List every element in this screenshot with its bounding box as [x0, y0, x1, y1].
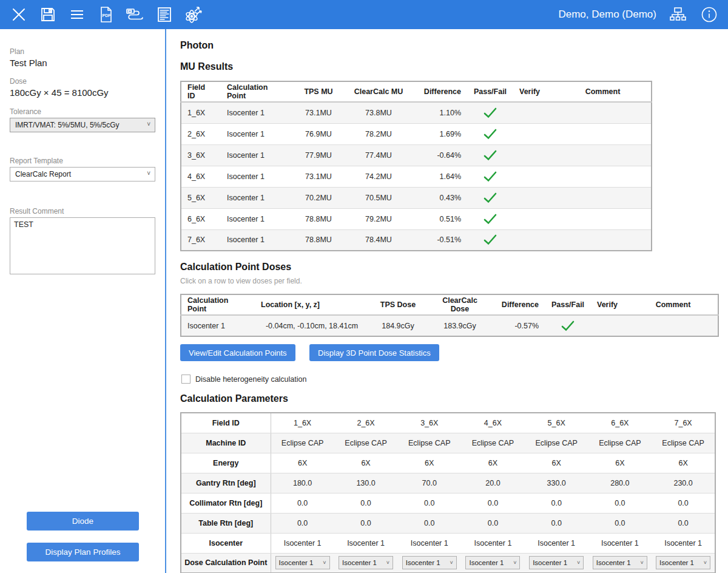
- parameter-value-cell: Isocenter 1: [334, 533, 398, 553]
- dose-calculation-point-select[interactable]: Isocenter 1˅: [529, 556, 584, 569]
- dose-calculation-point-select[interactable]: Isocenter 1˅: [656, 556, 710, 569]
- parameter-label-cell: Table Rtn [deg]: [181, 513, 271, 533]
- calculation-point-cell: Isocenter 1: [221, 229, 292, 251]
- info-icon[interactable]: [699, 4, 720, 25]
- calc-point-dose-row[interactable]: Isocenter 1-0.04cm, -0.10cm, 18.41cm184.…: [181, 315, 718, 336]
- parameter-value-cell: 6X: [461, 453, 525, 473]
- parameter-value-cell: 0.0: [588, 493, 652, 513]
- parameter-value-cell: 4_6X: [461, 413, 525, 433]
- calc-point-doses-table: Calculation PointLocation [x, y, z]TPS D…: [180, 294, 719, 337]
- comment-cell: [554, 208, 652, 229]
- calc-parameter-row: Gantry Rtn [deg]180.0130.070.020.0330.02…: [181, 473, 715, 493]
- view-edit-calculation-points-button[interactable]: View/Edit Calculation Points: [180, 344, 295, 361]
- tps-mu-cell: 73.1MU: [292, 102, 345, 123]
- comment-cell: [554, 123, 652, 144]
- dose-calculation-point-select[interactable]: Isocenter 1˅: [593, 556, 647, 569]
- mu-results-row[interactable]: 5_6XIsocenter 170.2MU70.5MU0.43%: [181, 187, 652, 208]
- report-template-selected-value: ClearCalc Report: [15, 170, 71, 178]
- report-template-select[interactable]: ClearCalc Report ˅: [10, 167, 155, 181]
- calc-parameters-title: Calculation Parameters: [180, 393, 288, 404]
- parameter-value-cell: 3_6X: [397, 413, 461, 433]
- mu-results-row[interactable]: 1_6XIsocenter 173.1MU73.8MU1.10%: [181, 102, 652, 123]
- comment-cell: [629, 315, 718, 336]
- display-plan-profiles-button[interactable]: Display Plan Profiles: [27, 543, 139, 561]
- dose-calculation-point-select[interactable]: Isocenter 1˅: [402, 556, 457, 569]
- selected-value: Isocenter 1: [596, 559, 631, 566]
- heterogeneity-checkbox[interactable]: [181, 375, 190, 384]
- parameter-value-cell: 20.0: [461, 473, 525, 493]
- calculation-point-cell: Isocenter 1: [221, 144, 292, 166]
- dose-calculation-point-cell: Isocenter 1˅: [588, 553, 652, 573]
- dose-calculation-point-select[interactable]: Isocenter 1˅: [465, 556, 520, 569]
- mu-results-row[interactable]: 3_6XIsocenter 177.9MU77.4MU-0.64%: [181, 144, 652, 166]
- parameter-value-cell: Eclipse CAP: [525, 433, 588, 453]
- chevron-down-icon: ˅: [641, 560, 644, 566]
- log-icon[interactable]: [154, 4, 175, 25]
- difference-cell: 1.10%: [413, 102, 467, 123]
- org-chart-icon[interactable]: [667, 4, 688, 25]
- comment-cell: [554, 102, 652, 123]
- chevron-down-icon: ˅: [450, 560, 453, 566]
- mu-results-row[interactable]: 2_6XIsocenter 176.9MU78.2MU1.69%: [181, 123, 652, 144]
- pdf-icon[interactable]: PDF: [96, 4, 116, 25]
- parameter-value-cell: 70.0: [397, 473, 461, 493]
- field-id-cell: 7_6X: [181, 229, 221, 251]
- result-comment-input[interactable]: [10, 217, 155, 274]
- column-header: Comment: [629, 294, 718, 315]
- parameter-value-cell: Isocenter 1: [588, 533, 652, 553]
- parameter-value-cell: Isocenter 1: [652, 533, 715, 553]
- parameter-label-cell: Collimator Rtn [deg]: [181, 493, 271, 513]
- column-header: Calculation Point: [221, 81, 292, 102]
- dose-calculation-point-cell: Isocenter 1˅: [461, 553, 525, 573]
- tolerance-select[interactable]: IMRT/VMAT: 5%/5MU, 5%/5cGy ˅: [10, 118, 155, 132]
- parameter-value-cell: 280.0: [588, 473, 652, 493]
- dose-label: Dose: [10, 77, 165, 86]
- mu-results-row[interactable]: 6_6XIsocenter 178.8MU79.2MU0.51%: [181, 208, 652, 229]
- selected-value: Isocenter 1: [469, 559, 504, 566]
- plan-label: Plan: [10, 47, 165, 56]
- parameter-value-cell: 6_6X: [588, 413, 652, 433]
- verify-cell: [591, 315, 629, 336]
- column-header: Pass/Fail: [545, 294, 591, 315]
- parameter-value-cell: Isocenter 1: [461, 533, 525, 553]
- parameter-value-cell: 0.0: [588, 513, 652, 533]
- dose-calculation-point-cell: Isocenter 1˅: [525, 553, 588, 573]
- column-header: Field ID: [181, 81, 221, 102]
- dose-calculation-point-cell: Isocenter 1˅: [334, 553, 398, 573]
- heterogeneity-checkbox-row: Disable heterogeneity calculation: [181, 375, 306, 384]
- clearcalc-mu-cell: 73.8MU: [345, 102, 413, 123]
- dose-calculation-point-select[interactable]: Isocenter 1˅: [275, 556, 330, 569]
- parameter-value-cell: 2_6X: [334, 413, 398, 433]
- display-3d-point-dose-statistics-button[interactable]: Display 3D Point Dose Statistics: [309, 344, 439, 361]
- dose-calculation-point-cell: Isocenter 1˅: [271, 553, 334, 573]
- difference-cell: 0.51%: [413, 208, 467, 229]
- clearcalc-mu-cell: 77.4MU: [345, 144, 413, 166]
- mu-results-row[interactable]: 7_6XIsocenter 178.8MU78.4MU-0.51%: [181, 229, 652, 251]
- parameter-value-cell: 0.0: [461, 513, 525, 533]
- parameter-value-cell: Eclipse CAP: [461, 433, 525, 453]
- parameter-value-cell: 0.0: [397, 513, 461, 533]
- pass-check-icon: [545, 315, 591, 336]
- menu-icon[interactable]: [67, 4, 87, 25]
- atom-icon[interactable]: [183, 4, 204, 25]
- field-id-cell: 6_6X: [181, 208, 221, 229]
- tps-mu-cell: 76.9MU: [292, 123, 345, 144]
- calculation-point-cell: Isocenter 1: [221, 123, 292, 144]
- parameter-value-cell: 130.0: [334, 473, 398, 493]
- chevron-down-icon: ˅: [323, 560, 326, 566]
- calc-parameter-row: Dose Calculation PointIsocenter 1˅Isocen…: [181, 553, 715, 573]
- calc-point-doses-subtitle: Click on a row to view doses per field.: [180, 277, 302, 285]
- calc-parameter-row: Field ID1_6X2_6X3_6X4_6X5_6X6_6X7_6X: [181, 413, 715, 433]
- column-header: ClearCalc Dose: [427, 294, 493, 315]
- close-icon[interactable]: [8, 4, 29, 25]
- parameter-value-cell: Eclipse CAP: [652, 433, 715, 453]
- verify-cell: [513, 144, 554, 166]
- dose-calculation-point-select[interactable]: Isocenter 1˅: [339, 556, 393, 569]
- save-icon[interactable]: [38, 4, 58, 25]
- cable-icon[interactable]: [125, 4, 146, 25]
- difference-cell: 0.43%: [413, 187, 467, 208]
- pass-check-icon: [467, 123, 513, 144]
- mu-results-row[interactable]: 4_6XIsocenter 173.1MU74.2MU1.64%: [181, 166, 652, 187]
- diode-button[interactable]: Diode: [27, 512, 139, 531]
- clearcalc-mu-cell: 79.2MU: [345, 208, 413, 229]
